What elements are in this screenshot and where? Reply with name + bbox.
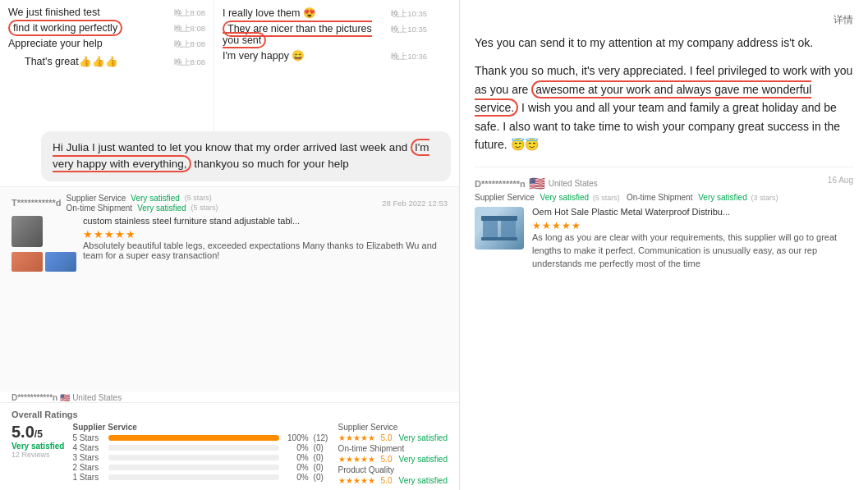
cat-stars-service: ★★★★★ 5.0 Very satisfied (338, 433, 448, 442)
chat-msg-1: We just finished test 晚上8:08 (8, 7, 205, 19)
product-image-main (11, 216, 43, 247)
bar-pct-1: 0% (284, 473, 309, 482)
product-row-1: custom stainless steel furniture stand a… (11, 216, 448, 272)
chat-area: We just finished test 晚上8:08 find it wor… (0, 0, 459, 131)
cat-stars-quality: ★★★★★ 5.0 Very satisfied (338, 476, 448, 485)
product-image-thumb-2 (45, 252, 76, 272)
rating-count: 12 Reviews (11, 451, 64, 459)
chat-text-highlighted: find it working perfectly (8, 22, 171, 34)
right-service-rows: Supplier Service Very satisfied (5 stars… (475, 193, 778, 202)
supplier-service-header: Supplier Service (72, 423, 329, 432)
cat-label-quality: Product Quality (338, 465, 394, 474)
bar-count-5: (12) (314, 433, 330, 442)
bar-label-3: 3 Stars (72, 453, 103, 462)
reviewer-2-row: D***********n 🇺🇸 United States (0, 392, 459, 402)
right-reviewer-location: United States (549, 179, 598, 188)
right-review-header: D***********n 🇺🇸 United States Supplier … (475, 176, 853, 202)
chat-column-right: I really love them 😍 晚上10:35 They are ni… (214, 0, 435, 131)
bar-bg-2 (108, 465, 278, 470)
bar-count-3: (0) (314, 453, 330, 462)
detail-link[interactable]: 详情 (475, 13, 853, 27)
product-svg (481, 213, 517, 244)
right-service-label: Supplier Service (475, 193, 535, 202)
bar-row-3: 3 Stars 0% (0) (72, 453, 329, 462)
shipment-label-1: On-time Shipment (67, 204, 133, 213)
text-after-highlight: I wish you and all your team and family … (475, 101, 840, 151)
timestamp-r1: 晚上10:35 (391, 9, 427, 20)
product-images-1 (11, 216, 76, 272)
right-product-name: Oem Hot Sale Plastic Metal Waterproof Di… (532, 207, 853, 217)
product-image-thumb-1 (11, 252, 43, 272)
left-panel: We just finished test 晚上8:08 find it wor… (0, 0, 460, 490)
bar-count-4: (0) (314, 443, 330, 452)
chat-reply-text-1: That's great👍👍👍 (25, 55, 171, 67)
right-reviewer-block: D***********n 🇺🇸 United States Supplier … (475, 176, 778, 202)
right-review-date: 16 Aug (828, 176, 853, 185)
service-sat: Very satisfied (399, 433, 448, 442)
chat-column-left: We just finished test 晚上8:08 find it wor… (0, 0, 214, 131)
bar-pct-3: 0% (284, 453, 309, 462)
chat-msg-2: find it working perfectly 晚上8:08 (8, 22, 205, 34)
right-service-rating: Very satisfied (540, 193, 589, 202)
bar-row-5: 5 Stars 100% (12) (72, 433, 329, 442)
bar-bg-4 (108, 445, 278, 451)
ratings-section: Overall Ratings 5.0/5 Very satisfied 12 … (0, 402, 459, 490)
timestamp-reply-1: 晚上8:08 (174, 57, 206, 68)
reviewer-name-1: T***********d (11, 198, 62, 208)
chat-msg-r2: They are nicer than the pictures you sen… (223, 23, 427, 46)
review-section-1: T***********d Supplier Service Very sati… (0, 186, 459, 392)
bar-bg-1 (108, 474, 278, 480)
product-name-1: custom stainless steel furniture stand a… (83, 216, 448, 226)
bar-pct-4: 0% (284, 443, 309, 452)
timestamp-3: 晚上8:08 (174, 39, 206, 50)
svg-rect-2 (481, 216, 517, 221)
right-shipment-stars-note: (3 stars) (751, 194, 778, 202)
ontime-sat: Very satisfied (399, 455, 448, 464)
right-review-text: As long as you are clear with your requi… (532, 231, 853, 271)
chat-text-r3: I'm very happy 😄 (223, 49, 388, 62)
reviewer-info-1: T***********d Supplier Service Very sati… (11, 194, 218, 213)
right-service-row: Supplier Service Very satisfied (5 stars… (475, 193, 620, 202)
right-reviewer-name: D***********n (475, 179, 526, 189)
right-product-image (475, 207, 524, 250)
bar-row-1: 1 Stars 0% (0) (72, 473, 329, 482)
reviewer-row-1: T***********d Supplier Service Very sati… (11, 194, 448, 213)
right-service-stars-note: (5 stars) (593, 194, 620, 202)
cat-row-service: Supplier Service (338, 423, 448, 432)
ratings-content: 5.0/5 Very satisfied 12 Reviews Supplier… (11, 423, 448, 487)
rating-big-score: 5.0/5 (11, 423, 64, 442)
ontime-score: 5.0 (381, 455, 393, 464)
timestamp-r3: 晚上10:36 (391, 52, 427, 62)
quality-stars-display: ★★★★★ (338, 476, 375, 485)
bar-count-2: (0) (314, 463, 330, 472)
service-rating-1: Very satisfied (131, 194, 179, 203)
chat-reply-1: That's great👍👍👍 晚上8:08 (8, 55, 205, 68)
bar-bg-3 (108, 455, 278, 460)
highlighted-nicer-pictures: They are nicer than the pictures you sen… (223, 21, 372, 48)
cat-row-quality: Product Quality (338, 465, 448, 474)
service-stars-text-1: (5 stars) (185, 194, 212, 203)
cat-stars-ontime: ★★★★★ 5.0 Very satisfied (338, 455, 448, 464)
timestamp-2: 晚上8:08 (174, 24, 206, 34)
large-chat-bubble: Hi Julia I just wanted to let you know t… (41, 131, 451, 181)
right-panel: 详情 Yes you can send it to my attention a… (460, 0, 868, 490)
service-row-1: Supplier Service Very satisfied (5 stars… (67, 194, 218, 203)
bar-row-4: 4 Stars 0% (0) (72, 443, 329, 452)
category-ratings: Supplier Service ★★★★★ 5.0 Very satisfie… (338, 423, 448, 487)
bar-label-1: 1 Stars (72, 473, 103, 482)
ontime-stars-display: ★★★★★ (338, 455, 375, 464)
chat-msg-r3: I'm very happy 😄 晚上10:36 (223, 49, 427, 62)
timestamp-1: 晚上8:08 (174, 8, 206, 19)
bar-fill-5 (108, 435, 278, 441)
product-image-row (11, 252, 76, 272)
service-label-1: Supplier Service (67, 194, 126, 203)
quality-score: 5.0 (381, 476, 393, 485)
right-text-block-1: Yes you can send it to my attention at m… (475, 34, 853, 52)
product-details-1: custom stainless steel furniture stand a… (83, 216, 448, 260)
service-ratings-1: Supplier Service Very satisfied (5 stars… (67, 194, 218, 213)
svg-rect-3 (481, 237, 517, 240)
quality-sat: Very satisfied (399, 476, 448, 485)
shipment-rating-1: Very satisfied (137, 204, 186, 213)
product-stars-1: ★★★★★ (83, 228, 448, 240)
overall-ratings-title: Overall Ratings (11, 410, 448, 419)
